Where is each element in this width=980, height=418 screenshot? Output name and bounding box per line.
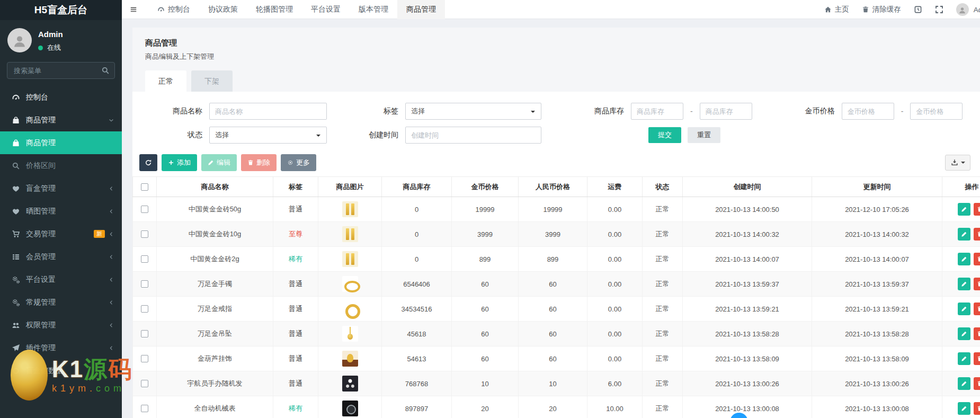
reset-button[interactable]: 重置 <box>688 127 720 143</box>
tag-label: 普通 <box>289 305 302 313</box>
row-delete-button[interactable] <box>974 352 980 365</box>
page-subtitle: 商品编辑及上下架管理 <box>145 52 980 61</box>
product-image[interactable] <box>342 376 358 392</box>
cell-stock: 45618 <box>382 322 452 346</box>
nav-tab-version[interactable]: 版本管理 <box>350 0 397 19</box>
refresh-button[interactable] <box>139 154 157 171</box>
fullscreen-button[interactable] <box>935 5 943 14</box>
pencil-icon <box>961 405 967 412</box>
row-edit-button[interactable] <box>958 228 970 241</box>
status-filter-select[interactable]: 选择 <box>209 127 327 144</box>
row-checkbox[interactable] <box>141 355 148 362</box>
row-checkbox[interactable] <box>141 380 148 387</box>
sidebar-item-blindbox[interactable]: 盲盒管理 <box>0 177 122 200</box>
created-filter-input[interactable] <box>405 127 541 144</box>
row-checkbox[interactable] <box>141 305 148 313</box>
product-image[interactable] <box>342 226 358 242</box>
cell-gold-price: 3999 <box>452 222 519 247</box>
menu-toggle[interactable] <box>122 0 145 19</box>
nav-tab-carousel[interactable]: 轮播图管理 <box>247 0 302 19</box>
page-title: 商品管理 <box>145 38 980 48</box>
logs-button[interactable] <box>914 5 922 14</box>
edit-button[interactable]: 编辑 <box>201 154 237 171</box>
row-edit-button[interactable] <box>958 278 970 290</box>
table-row: 金葫芦挂饰 普通 54613 60 60 0.00 正常 2021-10-13 … <box>133 346 980 371</box>
row-edit-button[interactable] <box>958 203 970 216</box>
user-menu[interactable]: Admin <box>956 3 980 16</box>
more-button[interactable]: 更多 <box>281 154 316 171</box>
bag-icon <box>12 139 20 147</box>
nav-tab-platform[interactable]: 平台设置 <box>302 0 350 19</box>
sidebar-item-photos[interactable]: 晒图管理 <box>0 200 122 223</box>
col-updated: 更新时间 <box>812 177 942 197</box>
clear-cache-link[interactable]: 清除缓存 <box>862 5 901 14</box>
submit-button[interactable]: 提交 <box>648 127 681 143</box>
row-checkbox[interactable] <box>141 230 148 238</box>
tag-filter-select[interactable]: 选择 <box>405 103 541 120</box>
name-filter-input[interactable] <box>209 103 327 120</box>
sidebar-item-general[interactable]: 常规管理 <box>0 291 122 314</box>
product-image[interactable] <box>342 351 358 367</box>
row-checkbox[interactable] <box>141 405 148 412</box>
row-edit-button[interactable] <box>958 352 970 365</box>
sidebar-item-fakedata[interactable]: 盲盒假数据 <box>0 359 122 382</box>
nav-tab-policy[interactable]: 协议政策 <box>199 0 247 19</box>
sidebar-item-trades[interactable]: 交易管理新 <box>0 223 122 245</box>
row-checkbox[interactable] <box>141 280 148 288</box>
tab-normal[interactable]: 正常 <box>145 70 186 92</box>
person-icon <box>958 6 966 14</box>
row-checkbox[interactable] <box>141 330 148 337</box>
add-button[interactable]: 添加 <box>162 154 197 171</box>
row-delete-button[interactable] <box>974 402 980 415</box>
row-checkbox[interactable] <box>141 255 148 263</box>
product-image[interactable] <box>342 276 358 292</box>
product-image[interactable] <box>342 326 358 342</box>
gold-min-input[interactable] <box>842 103 894 120</box>
sidebar-item-plugins[interactable]: 插件管理 <box>0 336 122 359</box>
sidebar-item-goods[interactable]: 商品管理 <box>0 131 122 154</box>
product-image[interactable] <box>342 251 358 267</box>
export-button[interactable] <box>945 155 970 171</box>
trash-icon <box>977 331 980 337</box>
select-all-checkbox[interactable] <box>141 183 148 191</box>
row-delete-button[interactable] <box>974 253 980 265</box>
sidebar-item-console[interactable]: 控制台 <box>0 86 122 109</box>
cell-stock: 0 <box>382 197 452 222</box>
row-edit-button[interactable] <box>958 402 970 415</box>
trash-icon <box>977 281 980 287</box>
cell-product-name: 金葫芦挂饰 <box>157 346 273 371</box>
nav-tab-goods[interactable]: 商品管理 <box>397 0 445 19</box>
sidebar-item-permissions[interactable]: 权限管理 <box>0 314 122 336</box>
stock-min-input[interactable] <box>631 103 683 120</box>
row-delete-button[interactable] <box>974 303 980 315</box>
row-delete-button[interactable] <box>974 327 980 340</box>
nav-tab-console[interactable]: 控制台 <box>148 0 199 19</box>
tab-offshelf[interactable]: 下架 <box>191 70 233 92</box>
row-edit-button[interactable] <box>958 303 970 315</box>
row-delete-button[interactable] <box>974 228 980 241</box>
product-image[interactable] <box>342 401 358 416</box>
home-link[interactable]: 主页 <box>824 5 849 14</box>
delete-button[interactable]: 删除 <box>241 154 277 171</box>
search-icon[interactable] <box>101 66 110 75</box>
avatar[interactable] <box>7 28 32 52</box>
row-checkbox[interactable] <box>141 206 148 213</box>
row-delete-button[interactable] <box>974 203 980 216</box>
sidebar-item-platform[interactable]: 平台设置 <box>0 268 122 291</box>
row-delete-button[interactable] <box>974 278 980 290</box>
row-edit-button[interactable] <box>958 327 970 340</box>
sidebar-item-price-range[interactable]: 价格区间 <box>0 154 122 177</box>
sidebar-item-members[interactable]: 会员管理 <box>0 245 122 268</box>
product-image[interactable] <box>342 201 358 217</box>
cell-created: 2021-10-13 13:00:08 <box>683 396 812 418</box>
row-edit-button[interactable] <box>958 253 970 265</box>
stock-max-input[interactable] <box>700 103 752 120</box>
sidebar-search-input[interactable] <box>7 62 115 79</box>
product-image[interactable] <box>342 301 358 317</box>
cell-status: 正常 <box>643 371 683 396</box>
sidebar-item-goods-parent[interactable]: 商品管理 <box>0 109 122 131</box>
gold-max-input[interactable] <box>910 103 963 120</box>
row-edit-button[interactable] <box>958 377 970 390</box>
cell-updated: 2021-10-13 13:00:26 <box>812 371 942 396</box>
row-delete-button[interactable] <box>974 377 980 390</box>
